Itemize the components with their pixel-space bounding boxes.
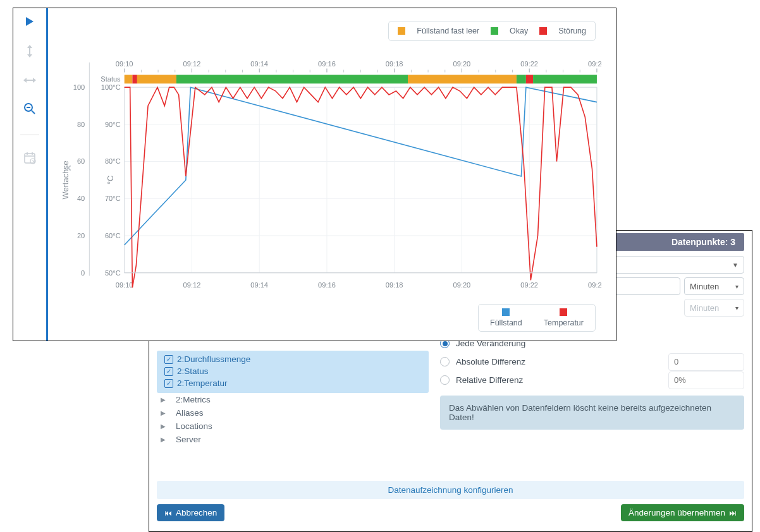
legend-swatch bbox=[502, 308, 510, 316]
pan-vertical-icon[interactable] bbox=[25, 44, 35, 61]
cancel-button[interactable]: ⏮Abbrechen bbox=[157, 504, 224, 521]
svg-text:09:20: 09:20 bbox=[453, 60, 471, 68]
forward-icon: ⏭ bbox=[729, 509, 737, 517]
svg-rect-85 bbox=[125, 75, 133, 83]
legend-swatch bbox=[491, 27, 498, 35]
series-legend: Füllstand Temperatur bbox=[478, 304, 596, 332]
svg-text:09:24: 09:24 bbox=[588, 60, 602, 68]
svg-text:09:22: 09:22 bbox=[520, 60, 538, 68]
play-icon[interactable] bbox=[24, 16, 35, 30]
interval-unit-select[interactable]: Minuten▾ bbox=[684, 277, 744, 295]
svg-text:09:12: 09:12 bbox=[183, 60, 201, 68]
tree-item-locations[interactable]: ▶Locations bbox=[157, 420, 429, 433]
calendar-icon[interactable] bbox=[23, 152, 36, 167]
abs-diff-input[interactable] bbox=[668, 353, 744, 371]
svg-text:09:24: 09:24 bbox=[588, 281, 602, 289]
close-icon[interactable]: ✕ bbox=[64, 163, 72, 173]
status-legend: Füllstand fast leer Okay Störung bbox=[388, 21, 596, 41]
legend-swatch bbox=[398, 27, 405, 35]
svg-text:09:10: 09:10 bbox=[116, 281, 133, 289]
tree-item-status[interactable]: ✓2:Status bbox=[161, 365, 425, 377]
radio-rel-diff[interactable]: Relative Differenz bbox=[440, 375, 523, 385]
svg-rect-90 bbox=[517, 75, 526, 83]
svg-text:°C: °C bbox=[105, 176, 114, 184]
svg-text:80: 80 bbox=[77, 121, 85, 128]
svg-text:50°C: 50°C bbox=[105, 269, 121, 277]
svg-text:0: 0 bbox=[81, 269, 85, 277]
tree-item-server[interactable]: ▶Server bbox=[157, 433, 429, 446]
tree-item-metrics[interactable]: ▶2:Metrics bbox=[157, 393, 429, 406]
tree-item-aliases[interactable]: ▶Aliases bbox=[157, 406, 429, 420]
svg-text:09:14: 09:14 bbox=[250, 60, 268, 68]
svg-rect-92 bbox=[533, 75, 597, 83]
svg-rect-91 bbox=[526, 75, 533, 83]
svg-text:09:10: 09:10 bbox=[116, 60, 133, 68]
radio-abs-diff[interactable]: Absolute Differenz bbox=[440, 357, 525, 366]
svg-text:100: 100 bbox=[73, 83, 85, 91]
svg-text:09:22: 09:22 bbox=[520, 281, 538, 289]
rel-diff-input[interactable] bbox=[668, 372, 744, 389]
configure-link[interactable]: Datenaufzeichnung konfigurieren bbox=[157, 481, 744, 499]
chart-panel: Füllstand fast leer Okay Störung Wertach… bbox=[13, 8, 616, 341]
chart-plot[interactable]: Wertachse°C02040608010050°C60°C70°C80°C9… bbox=[61, 52, 602, 301]
pan-horizontal-icon[interactable] bbox=[23, 75, 37, 88]
apply-button[interactable]: Änderungen übernehmen⏭ bbox=[621, 504, 744, 521]
svg-text:80°C: 80°C bbox=[105, 158, 121, 166]
svg-text:Status: Status bbox=[101, 75, 121, 83]
svg-text:09:16: 09:16 bbox=[318, 60, 336, 68]
svg-text:20: 20 bbox=[77, 232, 85, 239]
tree-selected-group: ✓2:Durchflussmenge ✓2:Status ✓2:Temperat… bbox=[157, 351, 429, 393]
svg-rect-93 bbox=[125, 87, 597, 273]
svg-text:60: 60 bbox=[77, 158, 85, 166]
svg-text:09:18: 09:18 bbox=[386, 281, 403, 289]
legend-swatch bbox=[560, 308, 567, 316]
svg-text:09:14: 09:14 bbox=[250, 281, 268, 289]
svg-rect-87 bbox=[137, 75, 176, 83]
legend-swatch bbox=[539, 27, 547, 35]
rewind-icon: ⏮ bbox=[164, 509, 172, 517]
svg-text:09:12: 09:12 bbox=[183, 281, 201, 289]
svg-text:60°C: 60°C bbox=[105, 232, 121, 239]
zoom-out-icon[interactable] bbox=[23, 102, 36, 118]
tree-item-temperatur[interactable]: ✓2:Temperatur bbox=[161, 377, 425, 389]
svg-rect-89 bbox=[408, 75, 517, 83]
svg-rect-86 bbox=[132, 75, 137, 83]
info-box: Das Abwählen von Datenfeldern löscht kei… bbox=[440, 396, 744, 430]
chart-toolbar bbox=[13, 8, 48, 341]
svg-text:40: 40 bbox=[77, 195, 85, 202]
svg-text:09:16: 09:16 bbox=[318, 281, 336, 289]
svg-rect-88 bbox=[176, 75, 408, 83]
interval-unit-select-2: Minuten▾ bbox=[684, 299, 744, 317]
svg-line-2 bbox=[32, 111, 35, 114]
svg-text:09:20: 09:20 bbox=[453, 281, 471, 289]
svg-text:100°C: 100°C bbox=[101, 83, 121, 91]
svg-line-9 bbox=[33, 161, 34, 162]
tree-item-durchfluss[interactable]: ✓2:Durchflussmenge bbox=[161, 353, 425, 365]
svg-text:90°C: 90°C bbox=[105, 121, 121, 128]
svg-text:09:18: 09:18 bbox=[386, 60, 403, 68]
svg-text:70°C: 70°C bbox=[105, 195, 121, 202]
